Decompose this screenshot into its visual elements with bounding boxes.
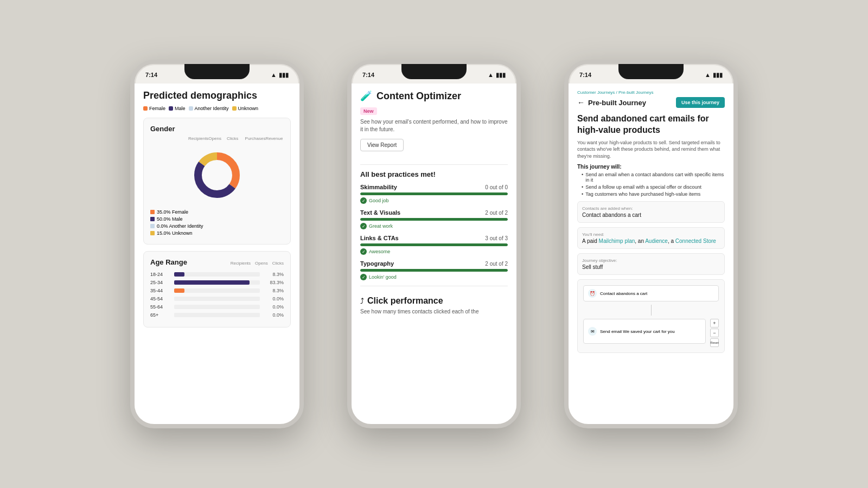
flow-bottom-row: ✉ Send email We saved your cart for you … bbox=[583, 319, 719, 347]
flow-controls: + − Reset bbox=[710, 319, 719, 347]
click-perf-desc: See how many times contacts clicked each… bbox=[360, 308, 508, 316]
cursor-icon: ⤴ bbox=[360, 297, 364, 305]
dl-male-dot bbox=[150, 217, 155, 221]
age-row-45: 45-54 0.0% bbox=[150, 296, 284, 301]
age-col-opens: Opens bbox=[255, 261, 268, 266]
tv-sub-text: Great work bbox=[369, 223, 393, 229]
click-perf-title: Click performance bbox=[367, 296, 443, 306]
age-label-25: 25-34 bbox=[150, 280, 172, 285]
age-title: Age Range bbox=[150, 258, 187, 266]
metric-tv-header: Text & Visuals 2 out of 2 bbox=[360, 209, 508, 216]
contacts-added-value: Contact abandons a cart bbox=[582, 212, 720, 218]
dl-another-dot bbox=[150, 224, 155, 228]
skimmability-name: Skimmability bbox=[360, 184, 397, 190]
mailchimp-link[interactable]: Mailchimp plan bbox=[599, 238, 635, 244]
journey-main-title: Send abandoned cart emails for high-valu… bbox=[577, 113, 725, 136]
metric-typography: Typography 2 out of 2 ✓ Lookin' good bbox=[360, 260, 508, 280]
divider-1 bbox=[360, 164, 508, 165]
phone-notch-2 bbox=[401, 64, 467, 79]
check-icon-skimmability: ✓ bbox=[360, 197, 367, 204]
unknown-dot bbox=[232, 106, 237, 111]
back-arrow-icon[interactable]: ← bbox=[577, 98, 585, 107]
check-icon-tv: ✓ bbox=[360, 223, 367, 229]
tv-score: 2 out of 2 bbox=[485, 210, 508, 216]
contacts-added-box: Contacts are added when: Contact abandon… bbox=[577, 201, 725, 223]
tv-sub: ✓ Great work bbox=[360, 223, 508, 229]
legend-unknown: Unknown bbox=[232, 106, 259, 111]
lc-score: 3 out of 3 bbox=[485, 235, 508, 241]
reset-button[interactable]: Reset bbox=[710, 338, 719, 347]
phone-2-content: 🧪 Content Optimizer New See how your ema… bbox=[352, 84, 516, 424]
unknown-label: Unknown bbox=[238, 106, 259, 111]
age-bar-35 bbox=[174, 288, 184, 293]
phone-3-content: Customer Journeys / Pre-built Journeys ←… bbox=[569, 84, 733, 424]
dl-male-text: 50.0% Male bbox=[157, 216, 183, 222]
view-report-button[interactable]: View Report bbox=[360, 139, 404, 151]
age-label-65: 65+ bbox=[150, 312, 172, 318]
lc-sub-text: Awesome bbox=[369, 249, 390, 254]
age-row-25: 25-34 83.3% bbox=[150, 280, 284, 285]
phone-1: 7:14 ▲ ▮▮▮ Predicted demographics Female… bbox=[130, 60, 304, 428]
donut-legend-unknown: 15.0% Unknown bbox=[150, 230, 284, 236]
skimmability-sub: ✓ Good job bbox=[360, 197, 508, 204]
use-journey-button[interactable]: Use this journey bbox=[676, 97, 725, 108]
phone-notch-3 bbox=[618, 64, 684, 79]
legend-female: Female bbox=[143, 106, 165, 111]
typo-sub: ✓ Lookin' good bbox=[360, 274, 508, 280]
another-dot bbox=[189, 106, 193, 111]
donut-legend-female: 35.0% Female bbox=[150, 209, 284, 215]
breadcrumb: Customer Journeys / Pre-built Journeys bbox=[577, 90, 725, 95]
age-bar-25 bbox=[174, 280, 250, 285]
new-badge: New bbox=[360, 107, 377, 115]
col-purchases: Purchases bbox=[245, 136, 266, 141]
age-label-18: 18-24 bbox=[150, 272, 172, 277]
skimmability-bar-fill bbox=[360, 192, 508, 195]
male-dot bbox=[169, 106, 173, 111]
age-val-35: 8.3% bbox=[262, 288, 284, 293]
flow-trigger-label: Contact abandons a cart bbox=[600, 291, 647, 296]
legend-male: Male bbox=[169, 106, 186, 111]
click-performance-section: ⤴ Click performance See how many times c… bbox=[360, 292, 508, 320]
typo-sub-text: Lookin' good bbox=[369, 274, 397, 280]
wifi-icon-1: ▲ bbox=[271, 72, 277, 78]
dl-unknown-dot bbox=[150, 231, 155, 235]
flow-email-label: Send email We saved your cart for you bbox=[600, 329, 675, 334]
lc-name: Links & CTAs bbox=[360, 235, 399, 241]
bullet-2-text: Send a follow up email with a special of… bbox=[585, 184, 701, 190]
audience-link[interactable]: Audience bbox=[645, 238, 668, 244]
content-optimizer-title: Content Optimizer bbox=[376, 91, 461, 102]
typo-bar-fill bbox=[360, 269, 508, 272]
dl-female-dot bbox=[150, 210, 155, 214]
click-perf-header: ⤴ Click performance bbox=[360, 296, 508, 306]
col-empty bbox=[150, 136, 188, 141]
gender-card-title: Gender bbox=[150, 125, 284, 133]
connected-store-link[interactable]: Connected Store bbox=[675, 238, 716, 244]
age-val-45: 0.0% bbox=[262, 296, 284, 301]
status-time-3: 7:14 bbox=[579, 72, 591, 78]
zoom-in-button[interactable]: + bbox=[710, 319, 719, 328]
skimmability-bar-bg bbox=[360, 192, 508, 195]
metric-typo-header: Typography 2 out of 2 bbox=[360, 260, 508, 267]
zoom-out-button[interactable]: − bbox=[710, 329, 719, 337]
age-val-25: 83.3% bbox=[262, 280, 284, 285]
bullet-3-text: Tag customers who have purchased high-va… bbox=[585, 191, 700, 197]
flow-diagram: ⏰ Contact abandons a cart ✉ Send email W… bbox=[577, 279, 725, 353]
check-icon-typo: ✓ bbox=[360, 274, 367, 280]
journey-description: You want your high-value products to sel… bbox=[577, 139, 725, 160]
bullet-2: Send a follow up email with a special of… bbox=[582, 184, 725, 190]
wifi-icon-2: ▲ bbox=[488, 72, 494, 78]
metric-text-visuals: Text & Visuals 2 out of 2 ✓ Great work bbox=[360, 209, 508, 229]
nav-bar-3: ← Pre-built Journey Use this journey bbox=[577, 97, 725, 108]
clock-icon: ⏰ bbox=[588, 289, 597, 298]
phone-1-content: Predicted demographics Female Male Anoth… bbox=[135, 84, 299, 424]
skimmability-score: 0 out of 0 bbox=[485, 184, 508, 190]
metric-skimmability: Skimmability 0 out of 0 ✓ Good job bbox=[360, 184, 508, 204]
dl-another-text: 0.0% Another Identity bbox=[157, 223, 203, 229]
content-optimizer-desc: See how your email's content performed, … bbox=[360, 118, 508, 133]
divider-2 bbox=[360, 286, 508, 286]
wifi-icon-3: ▲ bbox=[705, 72, 711, 78]
flow-connector bbox=[651, 305, 652, 316]
dl-unknown-text: 15.0% Unknown bbox=[157, 230, 193, 236]
flow-node-trigger: ⏰ Contact abandons a cart bbox=[583, 285, 719, 301]
flow-node-email: ✉ Send email We saved your cart for you bbox=[583, 319, 706, 344]
